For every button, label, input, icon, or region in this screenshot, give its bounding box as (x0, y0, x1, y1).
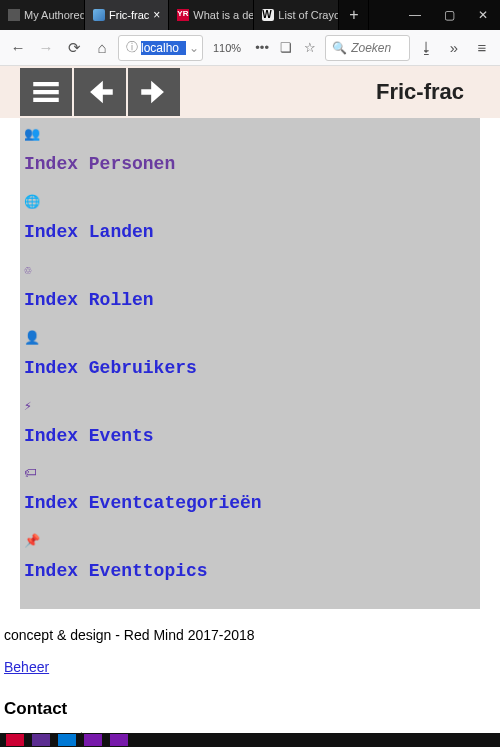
tab-label: Fric-frac (109, 9, 149, 21)
menu-icon: 👤 (20, 324, 480, 348)
minimize-button[interactable]: — (398, 0, 432, 30)
contact-heading: Contact (4, 699, 496, 719)
overflow-button[interactable]: » (442, 36, 466, 60)
close-button[interactable]: ✕ (466, 0, 500, 30)
page-content: Fric-frac 👥Index Personen🌐Index Landen♲I… (0, 66, 500, 733)
prev-button[interactable] (74, 68, 126, 116)
menu-icon: ♲ (20, 256, 480, 280)
index-menu: 👥Index Personen🌐Index Landen♲Index Rolle… (20, 118, 480, 609)
menu-icon: 🌐 (20, 188, 480, 212)
favicon-generic (8, 9, 20, 21)
menu-icon: ⚡ (20, 392, 480, 416)
index-link-5[interactable]: Index Eventcategorieën (20, 483, 480, 527)
tab-my-authored[interactable]: My Authored P… (0, 0, 85, 30)
forward-button[interactable]: → (34, 36, 58, 60)
home-button[interactable]: ⌂ (90, 36, 114, 60)
window-controls: — ▢ ✕ (398, 0, 500, 30)
index-link-6[interactable]: Index Eventtopics (20, 551, 480, 595)
beheer-link[interactable]: Beheer (4, 659, 49, 675)
info-icon[interactable]: ⓘ (126, 39, 138, 56)
browser-titlebar: My Authored P… Fric-frac× YRWhat is a de… (0, 0, 500, 30)
menu-icon: 📌 (20, 527, 480, 551)
footer: concept & design - Red Mind 2017-2018 Be… (0, 609, 500, 733)
close-icon[interactable]: × (153, 8, 160, 22)
tab-label: What is a de… (193, 9, 254, 21)
search-icon: 🔍 (332, 41, 347, 55)
page-actions: ••• ❏ ☆ (251, 37, 321, 59)
hamburger-icon (29, 75, 63, 109)
maximize-button[interactable]: ▢ (432, 0, 466, 30)
index-link-3[interactable]: Index Gebruikers (20, 348, 480, 392)
tab-fric-frac[interactable]: Fric-frac× (85, 0, 169, 30)
search-input[interactable] (351, 41, 403, 55)
index-link-4[interactable]: Index Events (20, 416, 480, 460)
search-bar[interactable]: 🔍 (325, 35, 410, 61)
tab-list-crayola[interactable]: WList of Crayo… (254, 0, 339, 30)
url-input[interactable] (141, 41, 186, 55)
taskbar-app[interactable] (84, 734, 102, 746)
menu-icon: 🏷 (20, 460, 480, 483)
index-link-0[interactable]: Index Personen (20, 144, 480, 188)
taskbar (0, 733, 500, 747)
browser-toolbar: ← → ⟳ ⌂ ⓘ ⌄ 110% ••• ❏ ☆ 🔍 ⭳ » ≡ (0, 30, 500, 66)
favicon-wikipedia-icon: W (262, 9, 274, 21)
taskbar-app[interactable] (32, 734, 50, 746)
tab-what-is[interactable]: YRWhat is a de… (169, 0, 254, 30)
address-bar[interactable]: ⓘ ⌄ (118, 35, 203, 61)
star-icon[interactable]: ☆ (299, 37, 321, 59)
tab-label: My Authored P… (24, 9, 85, 21)
menu-button[interactable]: ≡ (470, 36, 494, 60)
index-link-2[interactable]: Index Rollen (20, 280, 480, 324)
new-tab-button[interactable]: + (339, 0, 369, 30)
tab-strip: My Authored P… Fric-frac× YRWhat is a de… (0, 0, 369, 30)
arrow-right-icon (137, 75, 171, 109)
nav-buttons (0, 68, 180, 116)
next-button[interactable] (128, 68, 180, 116)
tab-label: List of Crayo… (278, 9, 339, 21)
arrow-left-icon (83, 75, 117, 109)
dropdown-icon[interactable]: ⌄ (189, 41, 199, 55)
taskbar-app[interactable] (58, 734, 76, 746)
zoom-level[interactable]: 110% (213, 42, 241, 54)
more-icon[interactable]: ••• (251, 37, 273, 59)
app-header: Fric-frac (0, 66, 500, 118)
reader-icon[interactable]: ❏ (275, 37, 297, 59)
hamburger-button[interactable] (20, 68, 72, 116)
index-link-1[interactable]: Index Landen (20, 212, 480, 256)
taskbar-app[interactable] (6, 734, 24, 746)
taskbar-app[interactable] (110, 734, 128, 746)
favicon-yr-icon: YR (177, 9, 189, 21)
credit-text: concept & design - Red Mind 2017-2018 (4, 627, 496, 643)
back-button[interactable]: ← (6, 36, 30, 60)
page-title: Fric-frac (376, 79, 464, 105)
reload-button[interactable]: ⟳ (62, 36, 86, 60)
downloads-button[interactable]: ⭳ (414, 36, 438, 60)
menu-icon: 👥 (20, 120, 480, 144)
favicon-firefox-icon (93, 9, 105, 21)
